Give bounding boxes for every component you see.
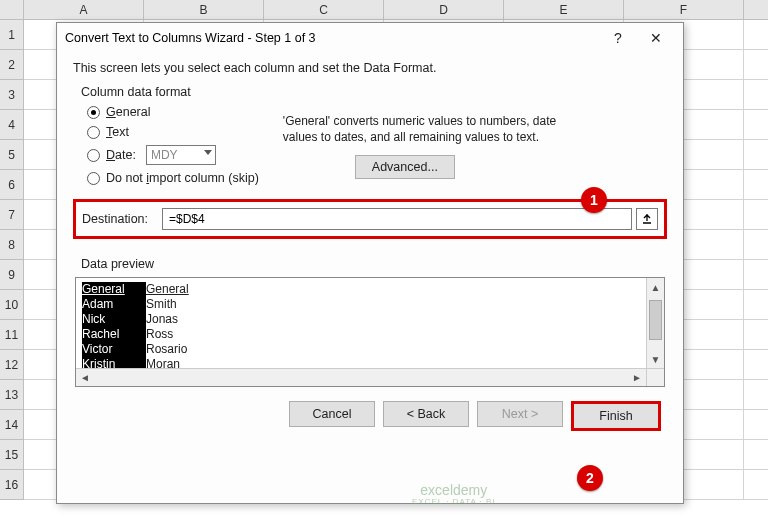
preview-cell: Ross	[146, 327, 226, 342]
data-preview-label: Data preview	[81, 257, 667, 271]
annotation-badge-2: 2	[577, 465, 603, 491]
column-format-label: Column data format	[81, 85, 667, 99]
row-headers: 1 2 3 4 5 6 7 8 9 10 11 12 13 14 15 16	[0, 20, 24, 500]
preview-vertical-scrollbar[interactable]: ▲ ▼	[646, 278, 664, 368]
chevron-down-icon	[204, 150, 212, 155]
advanced-button[interactable]: Advanced...	[355, 155, 455, 179]
destination-input[interactable]: =$D$4	[162, 208, 632, 230]
destination-row: Destination: =$D$4	[73, 199, 667, 239]
finish-button[interactable]: Finish	[571, 401, 661, 431]
preview-horizontal-scrollbar[interactable]: ◄►	[76, 368, 646, 386]
column-headers: A B C D E F	[0, 0, 768, 20]
col-hdr-b[interactable]: B	[144, 0, 264, 19]
radio-general[interactable]: General	[87, 105, 259, 119]
cancel-button[interactable]: Cancel	[289, 401, 375, 427]
scroll-thumb[interactable]	[649, 300, 662, 340]
date-format-select[interactable]: MDY	[146, 145, 216, 165]
radio-icon	[87, 126, 100, 139]
data-preview-box: General General AdamSmith NickJonas Rach…	[75, 277, 665, 387]
col-hdr-e[interactable]: E	[504, 0, 624, 19]
preview-cell: Rachel	[82, 327, 146, 342]
collapse-dialog-icon	[641, 213, 653, 225]
annotation-badge-1: 1	[581, 187, 607, 213]
scroll-right-icon[interactable]: ►	[632, 372, 642, 383]
range-picker-button[interactable]	[636, 208, 658, 230]
radio-skip[interactable]: Do not import column (skip)	[87, 171, 259, 185]
col-hdr-d[interactable]: D	[384, 0, 504, 19]
col-hdr-f[interactable]: F	[624, 0, 744, 19]
radio-icon	[87, 106, 100, 119]
col-hdr-c[interactable]: C	[264, 0, 384, 19]
close-button[interactable]: ✕	[637, 24, 675, 52]
text-to-columns-dialog: Convert Text to Columns Wizard - Step 1 …	[56, 22, 684, 504]
preview-cell: Victor	[82, 342, 146, 357]
dialog-title: Convert Text to Columns Wizard - Step 1 …	[65, 31, 599, 45]
titlebar[interactable]: Convert Text to Columns Wizard - Step 1 …	[57, 23, 683, 53]
preview-cell: Jonas	[146, 312, 226, 327]
radio-date[interactable]: Date: MDY	[87, 145, 259, 165]
radio-date-label: Date:	[106, 148, 136, 162]
radio-skip-label: Do not import column (skip)	[106, 171, 259, 185]
col-hdr-a[interactable]: A	[24, 0, 144, 19]
help-button[interactable]: ?	[599, 24, 637, 52]
radio-text[interactable]: Text	[87, 125, 259, 139]
radio-text-label: Text	[106, 125, 129, 139]
preview-cell: Smith	[146, 297, 226, 312]
radio-general-label: General	[106, 105, 150, 119]
scroll-left-icon[interactable]: ◄	[80, 372, 90, 383]
back-button[interactable]: < Back	[383, 401, 469, 427]
preview-cell: Adam	[82, 297, 146, 312]
preview-header-2: General	[146, 282, 226, 297]
scroll-up-icon[interactable]: ▲	[647, 278, 664, 296]
general-description: 'General' converts numeric values to num…	[283, 113, 583, 145]
watermark: exceldemy EXCEL · DATA · BI	[412, 483, 496, 506]
destination-label: Destination:	[82, 212, 158, 226]
next-button: Next >	[477, 401, 563, 427]
preview-cell: Rosario	[146, 342, 226, 357]
radio-icon	[87, 172, 100, 185]
preview-cell: Nick	[82, 312, 146, 327]
intro-text: This screen lets you select each column …	[73, 61, 667, 75]
radio-icon	[87, 149, 100, 162]
scroll-down-icon[interactable]: ▼	[647, 350, 664, 368]
preview-header-1: General	[82, 282, 146, 297]
